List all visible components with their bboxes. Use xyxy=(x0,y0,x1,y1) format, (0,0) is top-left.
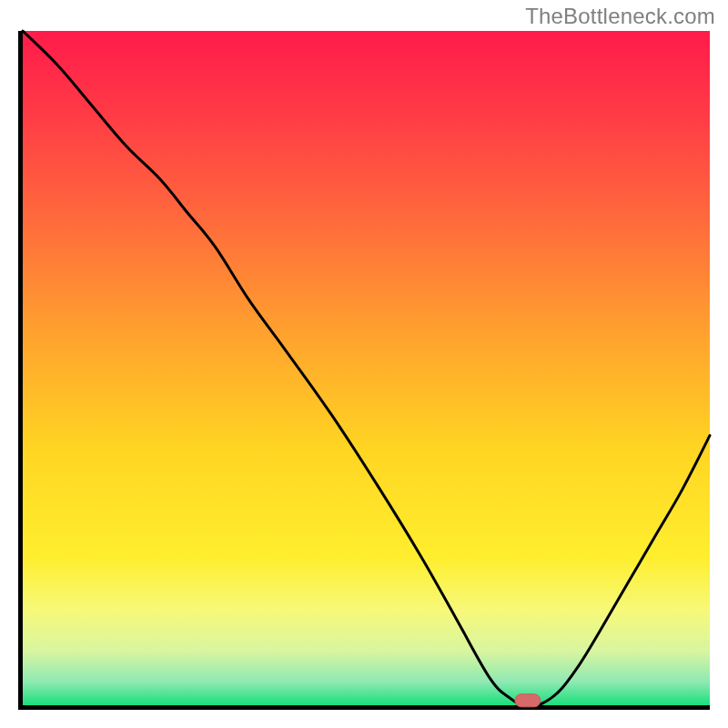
chart-frame: TheBottleneck.com xyxy=(0,0,728,728)
bottleneck-chart xyxy=(0,0,728,728)
chart-background xyxy=(23,31,710,705)
y-axis xyxy=(18,31,23,710)
optimal-marker xyxy=(515,694,541,707)
x-axis xyxy=(18,705,710,710)
